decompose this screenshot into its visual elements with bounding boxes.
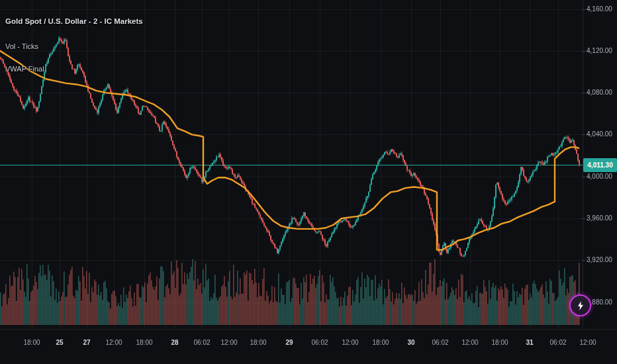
time-axis-label: 12:00	[214, 339, 244, 346]
price-axis-label: 4,080.00	[587, 89, 612, 97]
price-axis-label: 4,120.00	[587, 47, 612, 55]
time-axis-label: 12:00	[455, 339, 485, 346]
current-price-tag: 4,011.30	[583, 158, 617, 172]
price-axis-label: 3,920.00	[587, 256, 612, 264]
time-axis-label: 18:00	[485, 339, 514, 346]
time-axis-label: 12:00	[336, 339, 365, 346]
candlestick-chart-canvas[interactable]	[0, 0, 617, 364]
indicator-vwap-final[interactable]: VWAP Final	[5, 65, 44, 73]
time-axis-label: 28	[160, 339, 189, 346]
time-axis-label: 12:00	[573, 339, 602, 346]
time-axis[interactable]: 18:00252712:0018:002806:0212:0018:002906…	[0, 329, 617, 364]
time-axis-label: 06:02	[187, 339, 216, 346]
lightning-bolt-icon	[575, 300, 586, 311]
time-axis-label: 30	[397, 339, 426, 346]
price-axis-label: 3,960.00	[587, 214, 612, 222]
symbol-title[interactable]: Gold Spot / U.S. Dollar - 2 - IC Markets	[5, 17, 143, 25]
indicator-vol-ticks[interactable]: Vol - Ticks	[5, 42, 38, 50]
time-axis-label: 06:02	[305, 339, 334, 346]
time-axis-label: 25	[45, 339, 74, 346]
quick-trade-button[interactable]	[569, 295, 591, 316]
time-axis-label: 06:02	[544, 339, 573, 346]
time-axis-label: 27	[72, 339, 101, 346]
time-axis-label: 31	[515, 339, 544, 346]
price-axis-label: 4,160.00	[587, 5, 612, 13]
price-axis-label: 4,000.00	[587, 173, 612, 181]
time-axis-label: 18:00	[244, 339, 273, 346]
price-axis-label: 4,040.00	[587, 130, 612, 138]
time-axis-label: 18:00	[366, 339, 395, 346]
time-axis-label: 18:00	[17, 339, 46, 346]
time-axis-label: 12:00	[99, 339, 128, 346]
time-axis-label: 29	[275, 339, 304, 346]
time-axis-label: 18:00	[130, 339, 159, 346]
time-axis-label: 06:02	[426, 339, 455, 346]
trading-chart-window: Gold Spot / U.S. Dollar - 2 - IC Markets…	[0, 0, 617, 364]
